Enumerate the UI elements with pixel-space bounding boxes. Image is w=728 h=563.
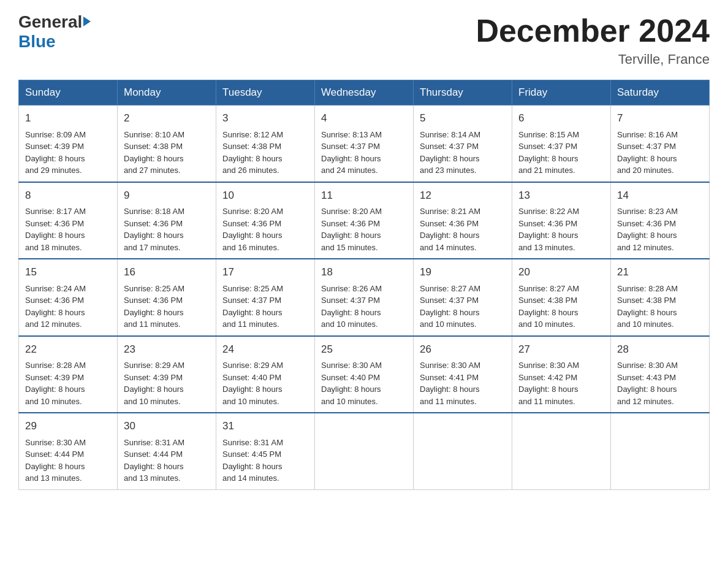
day-number: 4 bbox=[321, 110, 407, 126]
calendar-week-4: 22 Sunrise: 8:28 AM Sunset: 4:39 PM Dayl… bbox=[19, 336, 710, 413]
calendar-title: December 2024 bbox=[476, 12, 710, 49]
day-info: Sunrise: 8:22 AM Sunset: 4:36 PM Dayligh… bbox=[518, 205, 604, 253]
table-row: 15 Sunrise: 8:24 AM Sunset: 4:36 PM Dayl… bbox=[19, 259, 118, 336]
logo-general-text: General bbox=[18, 12, 82, 32]
day-number: 26 bbox=[420, 342, 506, 358]
logo-triangle-icon bbox=[83, 17, 91, 26]
day-number: 17 bbox=[222, 264, 308, 280]
day-number: 9 bbox=[124, 188, 210, 204]
calendar-week-2: 8 Sunrise: 8:17 AM Sunset: 4:36 PM Dayli… bbox=[19, 182, 710, 259]
table-row: 24 Sunrise: 8:29 AM Sunset: 4:40 PM Dayl… bbox=[216, 336, 315, 413]
table-row: 6 Sunrise: 8:15 AM Sunset: 4:37 PM Dayli… bbox=[512, 105, 611, 182]
day-number: 8 bbox=[25, 188, 111, 204]
day-number: 11 bbox=[321, 188, 407, 204]
day-number: 21 bbox=[617, 264, 703, 280]
header-wednesday: Wednesday bbox=[315, 80, 414, 105]
day-info: Sunrise: 8:24 AM Sunset: 4:36 PM Dayligh… bbox=[25, 283, 111, 331]
day-number: 28 bbox=[617, 342, 703, 358]
day-number: 1 bbox=[25, 110, 111, 126]
table-row: 18 Sunrise: 8:26 AM Sunset: 4:37 PM Dayl… bbox=[315, 259, 414, 336]
day-info: Sunrise: 8:27 AM Sunset: 4:38 PM Dayligh… bbox=[518, 283, 604, 331]
table-row: 21 Sunrise: 8:28 AM Sunset: 4:38 PM Dayl… bbox=[611, 259, 710, 336]
header-sunday: Sunday bbox=[19, 80, 118, 105]
calendar-subtitle: Terville, France bbox=[476, 52, 710, 67]
day-number: 19 bbox=[420, 264, 506, 280]
day-number: 7 bbox=[617, 110, 703, 126]
calendar-table: Sunday Monday Tuesday Wednesday Thursday… bbox=[18, 80, 710, 490]
table-row: 28 Sunrise: 8:30 AM Sunset: 4:43 PM Dayl… bbox=[611, 336, 710, 413]
day-number: 22 bbox=[25, 342, 111, 358]
table-row: 27 Sunrise: 8:30 AM Sunset: 4:42 PM Dayl… bbox=[512, 336, 611, 413]
day-number: 13 bbox=[518, 188, 604, 204]
table-row: 19 Sunrise: 8:27 AM Sunset: 4:37 PM Dayl… bbox=[414, 259, 512, 336]
table-row: 25 Sunrise: 8:30 AM Sunset: 4:40 PM Dayl… bbox=[315, 336, 414, 413]
day-number: 16 bbox=[124, 264, 210, 280]
day-info: Sunrise: 8:18 AM Sunset: 4:36 PM Dayligh… bbox=[124, 205, 210, 253]
page-header: General Blue December 2024 Terville, Fra… bbox=[18, 12, 710, 67]
day-info: Sunrise: 8:28 AM Sunset: 4:38 PM Dayligh… bbox=[617, 283, 703, 331]
day-info: Sunrise: 8:23 AM Sunset: 4:36 PM Dayligh… bbox=[617, 205, 703, 253]
table-row: 29 Sunrise: 8:30 AM Sunset: 4:44 PM Dayl… bbox=[19, 413, 118, 489]
day-info: Sunrise: 8:25 AM Sunset: 4:37 PM Dayligh… bbox=[222, 283, 308, 331]
day-number: 29 bbox=[25, 418, 111, 434]
day-number: 15 bbox=[25, 264, 111, 280]
day-number: 6 bbox=[518, 110, 604, 126]
table-row: 30 Sunrise: 8:31 AM Sunset: 4:44 PM Dayl… bbox=[118, 413, 216, 489]
day-info: Sunrise: 8:30 AM Sunset: 4:43 PM Dayligh… bbox=[617, 359, 703, 407]
header-friday: Friday bbox=[512, 80, 611, 105]
day-info: Sunrise: 8:31 AM Sunset: 4:44 PM Dayligh… bbox=[124, 437, 210, 484]
day-info: Sunrise: 8:20 AM Sunset: 4:36 PM Dayligh… bbox=[222, 205, 308, 253]
calendar-week-1: 1 Sunrise: 8:09 AM Sunset: 4:39 PM Dayli… bbox=[19, 105, 710, 182]
calendar-header-row: Sunday Monday Tuesday Wednesday Thursday… bbox=[19, 80, 710, 105]
day-number: 12 bbox=[420, 188, 506, 204]
table-row: 1 Sunrise: 8:09 AM Sunset: 4:39 PM Dayli… bbox=[19, 105, 118, 182]
day-number: 23 bbox=[124, 342, 210, 358]
table-row: 7 Sunrise: 8:16 AM Sunset: 4:37 PM Dayli… bbox=[611, 105, 710, 182]
day-info: Sunrise: 8:25 AM Sunset: 4:36 PM Dayligh… bbox=[124, 283, 210, 331]
calendar-week-3: 15 Sunrise: 8:24 AM Sunset: 4:36 PM Dayl… bbox=[19, 259, 710, 336]
day-info: Sunrise: 8:14 AM Sunset: 4:37 PM Dayligh… bbox=[420, 129, 506, 177]
day-info: Sunrise: 8:28 AM Sunset: 4:39 PM Dayligh… bbox=[25, 359, 111, 407]
day-info: Sunrise: 8:21 AM Sunset: 4:36 PM Dayligh… bbox=[420, 205, 506, 253]
table-row: 3 Sunrise: 8:12 AM Sunset: 4:38 PM Dayli… bbox=[216, 105, 315, 182]
title-section: December 2024 Terville, France bbox=[476, 12, 710, 67]
day-info: Sunrise: 8:13 AM Sunset: 4:37 PM Dayligh… bbox=[321, 129, 407, 177]
day-number: 25 bbox=[321, 342, 407, 358]
day-number: 3 bbox=[222, 110, 308, 126]
table-row: 9 Sunrise: 8:18 AM Sunset: 4:36 PM Dayli… bbox=[118, 182, 216, 259]
day-number: 30 bbox=[124, 418, 210, 434]
day-info: Sunrise: 8:15 AM Sunset: 4:37 PM Dayligh… bbox=[518, 129, 604, 177]
calendar-week-5: 29 Sunrise: 8:30 AM Sunset: 4:44 PM Dayl… bbox=[19, 413, 710, 489]
day-info: Sunrise: 8:30 AM Sunset: 4:44 PM Dayligh… bbox=[25, 437, 111, 484]
table-row: 17 Sunrise: 8:25 AM Sunset: 4:37 PM Dayl… bbox=[216, 259, 315, 336]
logo: General Blue bbox=[18, 12, 91, 52]
header-saturday: Saturday bbox=[611, 80, 710, 105]
day-info: Sunrise: 8:27 AM Sunset: 4:37 PM Dayligh… bbox=[420, 283, 506, 331]
table-row: 2 Sunrise: 8:10 AM Sunset: 4:38 PM Dayli… bbox=[118, 105, 216, 182]
day-number: 18 bbox=[321, 264, 407, 280]
table-row bbox=[315, 413, 414, 489]
day-info: Sunrise: 8:31 AM Sunset: 4:45 PM Dayligh… bbox=[222, 437, 308, 484]
table-row: 23 Sunrise: 8:29 AM Sunset: 4:39 PM Dayl… bbox=[118, 336, 216, 413]
day-number: 24 bbox=[222, 342, 308, 358]
day-info: Sunrise: 8:26 AM Sunset: 4:37 PM Dayligh… bbox=[321, 283, 407, 331]
table-row bbox=[414, 413, 512, 489]
table-row: 4 Sunrise: 8:13 AM Sunset: 4:37 PM Dayli… bbox=[315, 105, 414, 182]
header-thursday: Thursday bbox=[414, 80, 512, 105]
table-row: 22 Sunrise: 8:28 AM Sunset: 4:39 PM Dayl… bbox=[19, 336, 118, 413]
table-row: 31 Sunrise: 8:31 AM Sunset: 4:45 PM Dayl… bbox=[216, 413, 315, 489]
table-row: 26 Sunrise: 8:30 AM Sunset: 4:41 PM Dayl… bbox=[414, 336, 512, 413]
table-row: 14 Sunrise: 8:23 AM Sunset: 4:36 PM Dayl… bbox=[611, 182, 710, 259]
table-row: 20 Sunrise: 8:27 AM Sunset: 4:38 PM Dayl… bbox=[512, 259, 611, 336]
table-row: 11 Sunrise: 8:20 AM Sunset: 4:36 PM Dayl… bbox=[315, 182, 414, 259]
day-info: Sunrise: 8:30 AM Sunset: 4:42 PM Dayligh… bbox=[518, 359, 604, 407]
day-info: Sunrise: 8:20 AM Sunset: 4:36 PM Dayligh… bbox=[321, 205, 407, 253]
day-info: Sunrise: 8:10 AM Sunset: 4:38 PM Dayligh… bbox=[124, 129, 210, 177]
day-number: 31 bbox=[222, 418, 308, 434]
logo-blue-text: Blue bbox=[18, 32, 56, 52]
day-number: 2 bbox=[124, 110, 210, 126]
day-info: Sunrise: 8:17 AM Sunset: 4:36 PM Dayligh… bbox=[25, 205, 111, 253]
day-number: 27 bbox=[518, 342, 604, 358]
table-row bbox=[512, 413, 611, 489]
day-number: 10 bbox=[222, 188, 308, 204]
